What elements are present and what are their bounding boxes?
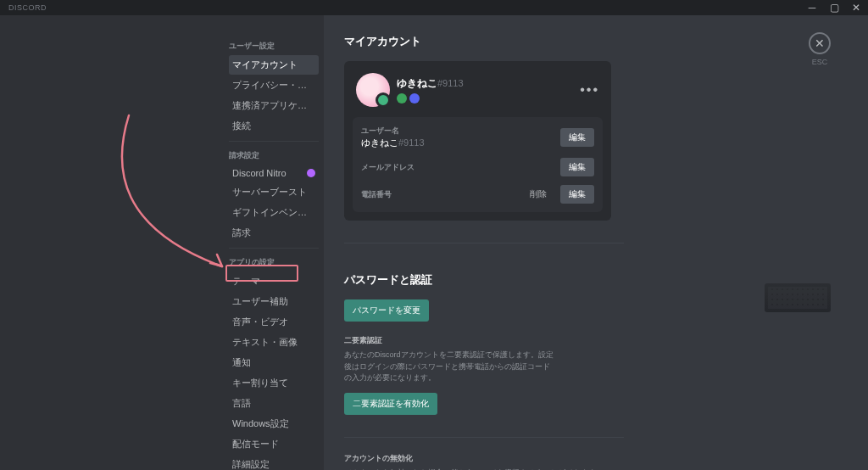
sidebar-item-text-images[interactable]: テキスト・画像 bbox=[229, 333, 319, 352]
dead-space-left bbox=[0, 15, 222, 470]
sidebar-item-voice-video[interactable]: 音声・ビデオ bbox=[229, 312, 319, 332]
sidebar-item-gift-inventory[interactable]: ギフトインベントリ bbox=[229, 203, 319, 222]
esc-label: ESC bbox=[809, 58, 831, 66]
sidebar-item-theme[interactable]: テーマ bbox=[229, 271, 319, 291]
disable-description: アカウントを無効にした場合、後からいつでも復帰させることができます。 bbox=[344, 467, 624, 471]
window-maximize[interactable]: ▢ bbox=[826, 2, 843, 14]
badge-icon bbox=[397, 93, 407, 104]
edit-username-button[interactable]: 編集 bbox=[560, 128, 594, 147]
field-label-username: ユーザー名 bbox=[361, 126, 425, 137]
sidebar-item-streamer-mode[interactable]: 配信モード bbox=[229, 434, 319, 454]
sidebar-category-user: ユーザー設定 bbox=[229, 41, 319, 52]
password-heading: パスワードと認証 bbox=[344, 272, 624, 288]
sidebar-item-notifications[interactable]: 通知 bbox=[229, 353, 319, 372]
profile-username: ゆきねこ bbox=[397, 77, 437, 89]
sidebar-item-connections-auth[interactable]: 連携済アプリケーショ… bbox=[229, 96, 319, 115]
keyboard-illustration bbox=[765, 283, 831, 312]
profile-discriminator: #9113 bbox=[437, 78, 464, 88]
sidebar-item-accessibility[interactable]: ユーザー補助 bbox=[229, 292, 319, 311]
sidebar-item-keybinds[interactable]: キー割り当て bbox=[229, 373, 319, 393]
field-label-phone: 電話番号 bbox=[361, 189, 392, 200]
nitro-badge-icon bbox=[307, 169, 315, 177]
sidebar-item-billing[interactable]: 請求 bbox=[229, 223, 319, 243]
tfa-heading: 二要素認証 bbox=[344, 335, 624, 346]
sidebar-item-my-account[interactable]: マイアカウント bbox=[229, 55, 319, 75]
field-label-email: メールアドレス bbox=[361, 162, 415, 173]
avatar[interactable] bbox=[356, 73, 390, 107]
sidebar-category-app: アプリの設定 bbox=[229, 257, 319, 268]
field-value-username: ゆきねこ bbox=[361, 137, 398, 148]
disable-heading: アカウントの無効化 bbox=[344, 453, 624, 464]
sidebar-item-connections[interactable]: 接続 bbox=[229, 116, 319, 136]
window-title: DISCORD bbox=[3, 3, 47, 12]
sidebar-item-advanced[interactable]: 詳細設定 bbox=[229, 455, 319, 470]
sidebar-item-privacy[interactable]: プライバシー・安全 bbox=[229, 76, 319, 95]
settings-content: ✕ ESC マイアカウント ゆきねこ#9113 ••• ユーザー bbox=[324, 15, 868, 470]
sidebar-item-windows[interactable]: Windows設定 bbox=[229, 414, 319, 434]
sidebar-category-billing: 請求設定 bbox=[229, 150, 319, 161]
close-settings-button[interactable]: ✕ ESC bbox=[809, 32, 831, 66]
tfa-description: あなたのDiscordアカウントを二要素認証で保護します。設定後はログインの際に… bbox=[344, 350, 556, 384]
page-title: マイアカウント bbox=[344, 34, 834, 49]
remove-phone-button[interactable]: 削除 bbox=[521, 185, 555, 204]
window-close[interactable]: ✕ bbox=[848, 2, 865, 14]
edit-phone-button[interactable]: 編集 bbox=[560, 185, 594, 204]
account-card: ゆきねこ#9113 ••• ユーザー名 ゆきねこ#9113 編集 bbox=[344, 61, 611, 221]
badge-icon bbox=[409, 93, 420, 104]
edit-email-button[interactable]: 編集 bbox=[560, 158, 594, 176]
sidebar-item-server-boost[interactable]: サーバーブースト bbox=[229, 182, 319, 202]
enable-tfa-button[interactable]: 二要素認証を有効化 bbox=[344, 393, 437, 415]
change-password-button[interactable]: パスワードを変更 bbox=[344, 299, 429, 322]
window-minimize[interactable]: ─ bbox=[804, 2, 821, 14]
sidebar-item-language[interactable]: 言語 bbox=[229, 394, 319, 413]
settings-sidebar: ユーザー設定 マイアカウント プライバシー・安全 連携済アプリケーショ… 接続 … bbox=[222, 15, 324, 470]
close-icon: ✕ bbox=[809, 32, 831, 54]
account-overflow-menu[interactable]: ••• bbox=[580, 82, 599, 98]
sidebar-item-nitro[interactable]: Discord Nitro bbox=[229, 165, 319, 182]
